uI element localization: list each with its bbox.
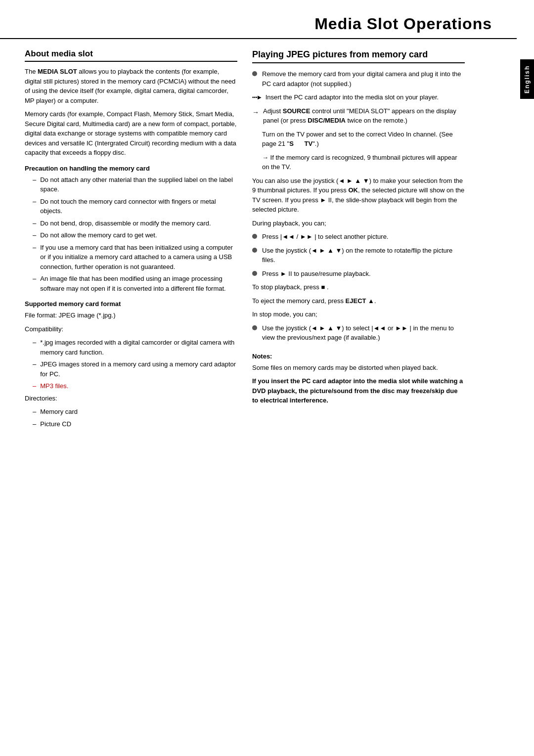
file-format: File format: JPEG image (*.jpg.) — [25, 311, 237, 320]
intro-para-2: Memory cards (for example, Compact Flash… — [25, 109, 237, 158]
precaution-item-3: – Do not bend, drop, disassemble or modi… — [33, 219, 237, 228]
mp3-item: – MP3 files. — [33, 381, 237, 391]
during-playback-label: During playback, you can; — [252, 219, 465, 228]
note-2: If you insert the PC card adaptor into t… — [252, 376, 465, 405]
memory-card-recognized: → If the memory card is recognized, 9 th… — [262, 153, 465, 172]
compatibility-label: Compatibility: — [25, 324, 237, 334]
bullet-circle-2 — [252, 234, 257, 239]
supported-format-title: Supported memory card format — [25, 300, 237, 308]
precaution-title: Precaution on handling the memory card — [25, 165, 237, 172]
notes-title: Notes: — [252, 353, 465, 360]
step-3: → Adjust SOURCE control until "MEDIA SLO… — [252, 106, 465, 126]
bullet-circle-4 — [252, 271, 257, 276]
language-tab: English — [520, 59, 534, 99]
dir-item-2: – Picture CD — [33, 419, 237, 429]
intro-para-1: The MEDIA SLOT allows you to playback th… — [25, 67, 237, 105]
arrow-icon: → — [252, 107, 259, 118]
small-media-arrow: ▪▪▪▶ — [252, 93, 262, 101]
precaution-item-5: – If you use a memory card that has been… — [33, 243, 237, 272]
dir-item-1: – Memory card — [33, 407, 237, 417]
about-media-slot-title: About media slot — [25, 49, 237, 62]
playback-item-2: Use the joystick (◄ ► ▲ ▼) on the remote… — [252, 246, 465, 265]
note-1: Some files on memory cards may be distor… — [252, 363, 465, 373]
stop-mode-item-1: Use the joystick (◄ ► ▲ ▼) to select |◄◄… — [252, 323, 465, 343]
right-column: Playing JPEG pictures from memory card R… — [252, 49, 465, 431]
bullet-circle-5 — [252, 325, 257, 330]
step-1: Remove the memory card from your digital… — [252, 69, 465, 89]
precaution-item-2: – Do not touch the memory card connector… — [33, 197, 237, 216]
left-column: About media slot The MEDIA SLOT allows y… — [25, 49, 237, 431]
playback-item-1: Press |◄◄ / ►► | to select another pictu… — [252, 232, 465, 242]
stop-mode-label: In stop mode, you can; — [252, 310, 465, 319]
eject-card: To eject the memory card, press EJECT ▲. — [252, 296, 465, 306]
compat-item-2: – JPEG images stored in a memory card us… — [33, 359, 237, 379]
playback-item-3: Press ► II to pause/resume playback. — [252, 269, 465, 279]
content-area: About media slot The MEDIA SLOT allows y… — [0, 39, 517, 441]
tv-power-text: Turn on the TV power and set to the corr… — [262, 130, 465, 149]
step-2: ▪▪▪▶ Insert the PC card adaptor into the… — [252, 92, 465, 102]
precaution-item-6: – An image file that has been modified u… — [33, 274, 237, 293]
bullet-circle-1 — [252, 71, 257, 76]
directories-label: Directories: — [25, 394, 237, 403]
page-title-area: Media Slot Operations — [0, 0, 517, 39]
bullet-circle-3 — [252, 248, 257, 253]
page-container: English Media Slot Operations About medi… — [0, 0, 534, 756]
joystick-para: You can also use the joystick (◄ ► ▲ ▼) … — [252, 176, 465, 215]
playing-jpeg-title: Playing JPEG pictures from memory card — [252, 49, 465, 63]
language-tab-label: English — [524, 65, 531, 93]
precaution-item-4: – Do not allow the memory card to get we… — [33, 230, 237, 240]
precaution-item-1: – Do not attach any other material than … — [33, 175, 237, 194]
page-title: Media Slot Operations — [25, 15, 492, 33]
compat-item-1: – *.jpg images recorded with a digital c… — [33, 338, 237, 357]
stop-playback: To stop playback, press ■ . — [252, 282, 465, 292]
notes-section: Notes: Some files on memory cards may be… — [252, 353, 465, 405]
